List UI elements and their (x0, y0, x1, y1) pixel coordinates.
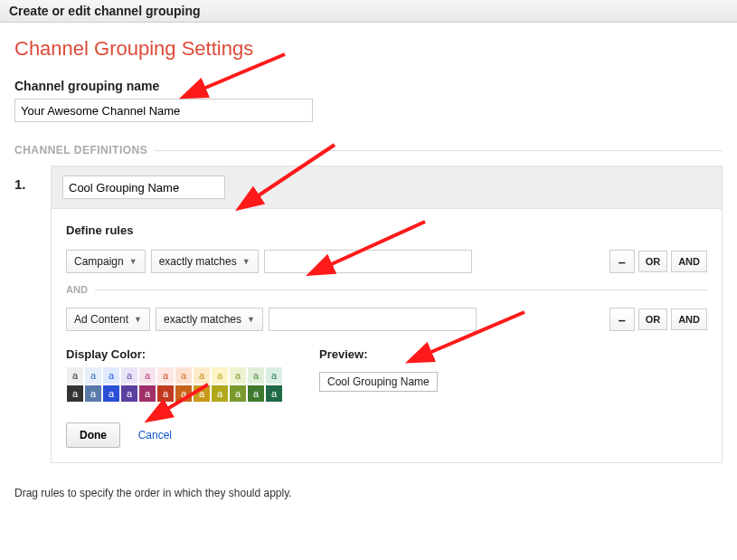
rule-and-separator: AND (66, 284, 707, 295)
chevron-down-icon: ▼ (247, 315, 255, 324)
and-label: AND (66, 284, 88, 295)
color-swatch[interactable]: a (194, 385, 210, 402)
definition-block: 1. Define rules Campaign ▼ exactly match… (14, 166, 723, 463)
rule-row-1: Campaign ▼ exactly matches ▼ – OR AND (66, 250, 707, 273)
window-title-bar: Create or edit channel grouping (0, 0, 737, 23)
divider (95, 289, 707, 290)
chevron-down-icon: ▼ (129, 257, 137, 266)
rule-row-2: Ad Content ▼ exactly matches ▼ – OR AND (66, 308, 707, 331)
rule1-dimension-value: Campaign (74, 255, 124, 268)
color-swatch[interactable]: a (85, 367, 101, 384)
color-swatch[interactable]: a (248, 367, 264, 384)
color-swatch[interactable]: a (230, 367, 246, 384)
grouping-name-input[interactable] (14, 99, 313, 122)
definition-index: 1. (14, 166, 51, 463)
color-swatch[interactable]: a (67, 385, 83, 402)
preview-box: Cool Grouping Name (319, 372, 438, 392)
remove-rule-button[interactable]: – (609, 308, 635, 331)
color-swatch[interactable]: a (103, 385, 119, 402)
rule2-match-value: exactly matches (164, 313, 241, 326)
divider (155, 150, 723, 151)
or-button[interactable]: OR (638, 251, 668, 272)
definition-name-input[interactable] (62, 176, 225, 199)
color-swatch[interactable]: a (230, 385, 246, 402)
color-swatch[interactable]: a (248, 385, 264, 402)
color-swatch-grid: aaaaaaaaaaaa aaaaaaaaaaaa (66, 366, 283, 403)
channel-definitions-label: CHANNEL DEFINITIONS (14, 144, 147, 157)
channel-definitions-header: CHANNEL DEFINITIONS (14, 144, 723, 157)
rule1-value-input[interactable] (264, 250, 472, 273)
color-swatch[interactable]: a (212, 385, 228, 402)
definition-header (52, 166, 722, 209)
preview-label: Preview: (319, 347, 438, 361)
grouping-name-label: Channel grouping name (14, 79, 723, 93)
define-rules-label: Define rules (66, 223, 707, 237)
rule2-dimension-value: Ad Content (74, 313, 128, 326)
color-swatch[interactable]: a (212, 367, 228, 384)
color-swatch[interactable]: a (175, 385, 192, 402)
window-title: Create or edit channel grouping (9, 4, 201, 18)
color-swatch[interactable]: a (266, 367, 282, 384)
rule2-value-input[interactable] (269, 308, 477, 331)
done-button[interactable]: Done (66, 422, 120, 448)
rule2-dimension-select[interactable]: Ad Content ▼ (66, 308, 150, 331)
rule1-match-select[interactable]: exactly matches ▼ (151, 250, 259, 273)
color-swatch[interactable]: a (67, 367, 83, 384)
and-button[interactable]: AND (671, 251, 707, 272)
and-button[interactable]: AND (671, 308, 707, 330)
rule1-dimension-select[interactable]: Campaign ▼ (66, 250, 146, 273)
remove-rule-button[interactable]: – (609, 250, 635, 273)
page-title: Channel Grouping Settings (14, 37, 723, 61)
chevron-down-icon: ▼ (134, 315, 142, 324)
color-swatch[interactable]: a (85, 385, 101, 402)
color-swatch[interactable]: a (157, 367, 174, 384)
color-swatch[interactable]: a (103, 367, 119, 384)
display-color-label: Display Color: (66, 347, 283, 361)
color-swatch[interactable]: a (157, 385, 174, 402)
color-swatch[interactable]: a (194, 367, 210, 384)
rule2-match-select[interactable]: exactly matches ▼ (156, 308, 263, 331)
color-swatch[interactable]: a (121, 385, 137, 402)
or-button[interactable]: OR (638, 308, 668, 330)
rule1-match-value: exactly matches (159, 255, 237, 268)
chevron-down-icon: ▼ (242, 257, 250, 266)
color-swatch[interactable]: a (139, 367, 156, 384)
color-swatch[interactable]: a (121, 367, 137, 384)
color-swatch[interactable]: a (175, 367, 192, 384)
cancel-link[interactable]: Cancel (138, 429, 172, 441)
color-swatch[interactable]: a (139, 385, 156, 402)
footer-hint: Drag rules to specify the order in which… (14, 487, 723, 499)
color-swatch[interactable]: a (266, 385, 282, 402)
